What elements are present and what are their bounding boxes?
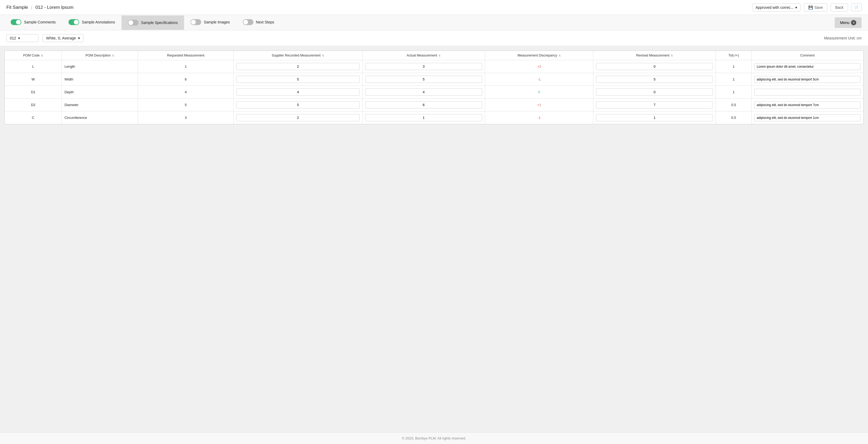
cell-comment-3[interactable] bbox=[751, 98, 864, 111]
cell-supplier-1[interactable] bbox=[234, 73, 362, 86]
cell-revised-4[interactable] bbox=[593, 111, 716, 124]
input-revised-2[interactable] bbox=[596, 88, 713, 96]
sort-icon-revised: ⇅ bbox=[671, 54, 673, 57]
cell-pom-desc-0: Length bbox=[62, 60, 138, 73]
table-row: L Length 1 +2 1 bbox=[5, 60, 864, 73]
cell-comment-1[interactable] bbox=[751, 73, 864, 86]
sort-icon-actual: ⇅ bbox=[438, 54, 441, 57]
input-supplier-1[interactable] bbox=[236, 76, 360, 83]
save-button[interactable]: 💾 Save bbox=[804, 3, 828, 11]
chevron-down-icon: ▾ bbox=[795, 5, 797, 9]
page-footer: © 2023, Bombyx PLM. All rights reserved. bbox=[0, 432, 868, 444]
input-actual-2[interactable] bbox=[365, 88, 482, 96]
size-selector[interactable]: 012 ▾ bbox=[6, 34, 38, 42]
toggle-sample-images[interactable] bbox=[190, 19, 201, 25]
tab-sample-images[interactable]: Sample Images bbox=[184, 15, 236, 30]
cell-requested-0: 1 bbox=[138, 60, 234, 73]
table-header-row: POM Code ⇅ POM Description ⇅ Requested M… bbox=[5, 51, 864, 60]
table-row: W Width 6 -1 1 bbox=[5, 73, 864, 86]
input-actual-3[interactable] bbox=[365, 101, 482, 109]
col-actual-measurement: Actual Measurement ⇅ bbox=[362, 51, 485, 60]
toggle-next-steps[interactable] bbox=[243, 19, 253, 25]
size-selector-value: 012 bbox=[10, 36, 16, 40]
input-actual-4[interactable] bbox=[365, 114, 482, 121]
cell-discrepancy-4: -1 bbox=[485, 111, 593, 124]
status-dropdown[interactable]: Approved with correc... ▾ bbox=[752, 3, 801, 11]
tab-sample-annotations[interactable]: Sample Annotations bbox=[62, 15, 122, 30]
input-revised-0[interactable] bbox=[596, 63, 713, 70]
input-revised-1[interactable] bbox=[596, 76, 713, 83]
chevron-down-icon: ▾ bbox=[78, 36, 80, 40]
input-revised-4[interactable] bbox=[596, 114, 713, 121]
col-tol: Tol(-/+) bbox=[716, 51, 751, 60]
pdf-icon: 📄 bbox=[854, 5, 859, 9]
col-revised-measurement: Revised Measurement ⇅ bbox=[593, 51, 716, 60]
cell-pom-desc-3: Diameter bbox=[62, 98, 138, 111]
cell-actual-4[interactable] bbox=[362, 111, 485, 124]
cell-requested-2: 4 bbox=[138, 86, 234, 98]
menu-label: Menu bbox=[840, 21, 849, 25]
cell-comment-4[interactable] bbox=[751, 111, 864, 124]
menu-button[interactable]: Menu 4 bbox=[835, 17, 862, 28]
cell-comment-0[interactable] bbox=[751, 60, 864, 73]
input-supplier-0[interactable] bbox=[236, 63, 360, 70]
colorway-selector[interactable]: White, S, Average ▾ bbox=[43, 34, 83, 42]
cell-tol-1: 1 bbox=[716, 73, 751, 86]
tab-sample-specifications[interactable]: Sample Specifications bbox=[122, 16, 184, 30]
cell-comment-2[interactable] bbox=[751, 86, 864, 98]
cell-discrepancy-0: +2 bbox=[485, 60, 593, 73]
cell-supplier-0[interactable] bbox=[234, 60, 362, 73]
input-comment-0[interactable] bbox=[754, 63, 861, 70]
menu-badge: 4 bbox=[851, 20, 856, 25]
footer-text: © 2023, Bombyx PLM. All rights reserved. bbox=[402, 436, 466, 440]
input-comment-2[interactable] bbox=[754, 89, 861, 96]
input-revised-3[interactable] bbox=[596, 101, 713, 109]
cell-pom-code-4: C bbox=[5, 111, 62, 124]
cell-actual-1[interactable] bbox=[362, 73, 485, 86]
input-actual-1[interactable] bbox=[365, 76, 482, 83]
input-supplier-2[interactable] bbox=[236, 88, 360, 96]
table-row: C Circumference 3 -1 0.5 bbox=[5, 111, 864, 124]
toolbar-left: 012 ▾ White, S, Average ▾ bbox=[6, 34, 83, 42]
input-comment-3[interactable] bbox=[754, 101, 861, 109]
cell-pom-code-0: L bbox=[5, 60, 62, 73]
input-comment-4[interactable] bbox=[754, 114, 861, 121]
toggle-sample-specifications[interactable] bbox=[128, 20, 138, 26]
toggle-sample-comments[interactable] bbox=[11, 19, 21, 25]
cell-revised-0[interactable] bbox=[593, 60, 716, 73]
chevron-down-icon: ▾ bbox=[18, 36, 20, 40]
back-button[interactable]: Back bbox=[831, 3, 848, 11]
col-supplier-recorded-measurement: Supplier Recorded Measurement ⇅ bbox=[234, 51, 362, 60]
cell-supplier-2[interactable] bbox=[234, 86, 362, 98]
tab-sample-comments-label: Sample Comments bbox=[24, 20, 56, 24]
toolbar-row: 012 ▾ White, S, Average ▾ Measurement Un… bbox=[0, 30, 868, 46]
cell-supplier-3[interactable] bbox=[234, 98, 362, 111]
cell-discrepancy-3: +1 bbox=[485, 98, 593, 111]
cell-revised-3[interactable] bbox=[593, 98, 716, 111]
header-divider: | bbox=[31, 5, 32, 9]
cell-supplier-4[interactable] bbox=[234, 111, 362, 124]
pdf-button[interactable]: 📄 bbox=[851, 3, 862, 11]
input-actual-0[interactable] bbox=[365, 63, 482, 70]
toggle-sample-annotations[interactable] bbox=[68, 19, 79, 25]
input-supplier-4[interactable] bbox=[236, 114, 360, 121]
sort-icon-pom-desc: ⇅ bbox=[112, 54, 114, 57]
input-comment-1[interactable] bbox=[754, 76, 861, 83]
col-pom-description: POM Description ⇅ bbox=[62, 51, 138, 60]
cell-revised-1[interactable] bbox=[593, 73, 716, 86]
cell-discrepancy-1: -1 bbox=[485, 73, 593, 86]
tab-sample-comments[interactable]: Sample Comments bbox=[4, 15, 62, 30]
tab-next-steps[interactable]: Next Steps bbox=[236, 15, 281, 30]
tab-sample-specifications-label: Sample Specifications bbox=[141, 21, 178, 25]
cell-actual-2[interactable] bbox=[362, 86, 485, 98]
cell-actual-3[interactable] bbox=[362, 98, 485, 111]
discrepancy-value-4: -1 bbox=[538, 116, 541, 120]
status-label: Approved with correc... bbox=[755, 5, 794, 9]
cell-tol-0: 1 bbox=[716, 60, 751, 73]
cell-actual-0[interactable] bbox=[362, 60, 485, 73]
input-supplier-3[interactable] bbox=[236, 101, 360, 109]
cell-revised-2[interactable] bbox=[593, 86, 716, 98]
cell-requested-4: 3 bbox=[138, 111, 234, 124]
cell-requested-3: 5 bbox=[138, 98, 234, 111]
col-comment: Comment bbox=[751, 51, 864, 60]
